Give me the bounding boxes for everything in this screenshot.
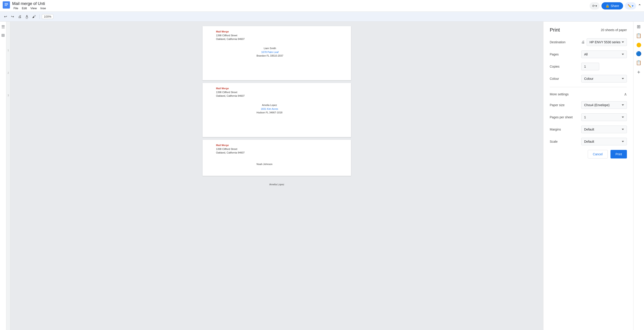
sheets-count: 20 sheets of paper: [601, 28, 627, 32]
recipient-line2-1: 1678 Palm Leaf: [256, 50, 283, 54]
copies-control: [581, 63, 627, 70]
lock-icon: 🔒: [606, 4, 609, 8]
ruler-2: 2: [6, 71, 10, 94]
sender-line2-2: Oakland, California 94607: [216, 94, 244, 98]
share-button[interactable]: 🔒 Share: [602, 2, 623, 10]
print-button-main[interactable]: Print: [610, 150, 627, 158]
print-button[interactable]: 🖨: [17, 14, 23, 20]
recipient-line3-1: Brandon FL 33510-2037: [256, 54, 283, 58]
copies-input[interactable]: [581, 63, 599, 70]
history-chevron: ▾: [596, 4, 597, 8]
destination-select[interactable]: HP ENVY 5530 series: [586, 38, 627, 46]
sidebar-list-icon[interactable]: ▤: [0, 32, 6, 38]
svg-rect-1: [4, 3, 8, 4]
more-settings-toggle[interactable]: More settings ∧: [550, 92, 627, 97]
sender-address-1: Mail Merge 1398 Clifford Street Oakland,…: [216, 30, 244, 41]
toolbar-right: ⟳ ▾ 🔒 Share ✏️ ▾ ⌃: [590, 2, 641, 10]
recipient-line1-2: Amelia Lopez: [256, 103, 282, 107]
menu-insert[interactable]: Inse: [39, 6, 47, 10]
margins-label: Margins: [550, 128, 581, 131]
colour-row: Colour Colour: [550, 75, 627, 83]
ruler-3: 3: [6, 94, 10, 116]
calendar-icon[interactable]: 🔵: [636, 51, 642, 56]
pages-select[interactable]: All: [581, 51, 627, 58]
edit-chevron: ▾: [632, 4, 634, 8]
add-icon[interactable]: +: [637, 69, 640, 75]
svg-rect-2: [4, 4, 8, 5]
keep-icon[interactable]: 📋: [636, 33, 642, 38]
print-title: Print: [550, 27, 560, 33]
edit-button[interactable]: ✏️ ▾: [625, 2, 636, 10]
pages-per-sheet-label: Pages per sheet: [550, 115, 581, 119]
main-layout: ☰ ▤ 1 2 3 Mail Merge 1398 Clifford Stree…: [0, 22, 644, 330]
pages-control: All: [581, 51, 627, 58]
menu-bar: File Edit View Inse: [12, 6, 47, 10]
toolbar: ↩ ↪ 🖨 A̲ 🖌 100%: [0, 12, 644, 22]
title-area: Mail merge of Unti File Edit View Inse: [12, 1, 47, 10]
undo-button[interactable]: ↩: [3, 14, 8, 20]
more-settings-label: More settings: [550, 92, 568, 96]
history-icon: ⟳: [592, 4, 595, 8]
colour-label: Colour: [550, 77, 581, 80]
scale-select[interactable]: Default: [581, 138, 627, 145]
print-header: Print 20 sheets of paper: [550, 27, 627, 33]
pencil-icon: ✏️: [628, 4, 632, 8]
print-panel: Print 20 sheets of paper Destination 🖨 H…: [543, 22, 633, 330]
app-icon: [3, 1, 10, 10]
scale-row: Scale Default: [550, 138, 627, 145]
menu-edit[interactable]: Edit: [20, 6, 28, 10]
more-settings-chevron-icon: ∧: [624, 92, 627, 97]
colour-select[interactable]: Colour: [581, 75, 627, 83]
paper-size-control: Chou4 (Envelope): [581, 101, 627, 109]
colour-control: Colour: [581, 75, 627, 83]
copies-label: Copies: [550, 65, 581, 68]
sheets-icon[interactable]: ⊞: [637, 24, 640, 29]
destination-label: Destination: [550, 40, 581, 44]
spellcheck-button[interactable]: A̲: [24, 14, 30, 20]
copies-row: Copies: [550, 63, 627, 70]
sidebar-menu-icon[interactable]: ☰: [0, 24, 6, 30]
pages-row: Pages All: [550, 51, 627, 58]
pages-per-sheet-select[interactable]: 1: [581, 113, 627, 121]
margins-row: Margins Default: [550, 125, 627, 133]
sender-name-1: Mail Merge: [216, 30, 244, 34]
sender-line1-3: 1398 Clifford Street: [216, 147, 244, 151]
pages-label: Pages: [550, 53, 581, 56]
destination-control: 🖨 HP ENVY 5530 series: [581, 38, 627, 46]
menu-file[interactable]: File: [12, 6, 20, 10]
sender-line2-3: Oakland, California 94607: [216, 151, 244, 155]
pages-per-sheet-row: Pages per sheet 1: [550, 113, 627, 121]
menu-view[interactable]: View: [29, 6, 38, 10]
paint-button[interactable]: 🖌: [31, 14, 37, 20]
print-buttons: Cancel Print: [550, 150, 627, 158]
recipient-address-1: Liam Smith 1678 Palm Leaf Brandon FL 335…: [256, 46, 283, 58]
sender-address-3: Mail Merge 1398 Clifford Street Oakland,…: [216, 143, 244, 155]
left-sidebar: ☰ ▤: [0, 22, 6, 330]
svg-rect-3: [4, 6, 7, 6]
printer-icon: 🖨: [581, 40, 585, 44]
top-bar: Mail merge of Unti File Edit View Inse ⟳…: [0, 0, 644, 12]
recipient-line1-3: Noah Johnson: [256, 162, 272, 166]
page-ruler: 1 2 3: [6, 22, 10, 330]
recipient-address-2: Amelia Lopez 1831 Kim Acres Hudson FL 34…: [256, 103, 282, 114]
tasks-icon[interactable]: ⬤: [636, 42, 641, 47]
scale-label: Scale: [550, 140, 581, 143]
destination-row: Destination 🖨 HP ENVY 5530 series: [550, 38, 627, 46]
paper-size-select[interactable]: Chou4 (Envelope): [581, 101, 627, 109]
sender-address-2: Mail Merge 1398 Clifford Street Oakland,…: [216, 87, 244, 98]
svg-rect-0: [3, 1, 10, 9]
envelope-page-3: Mail Merge 1398 Clifford Street Oakland,…: [202, 140, 351, 176]
redo-button[interactable]: ↪: [10, 14, 15, 20]
pages-per-sheet-control: 1: [581, 113, 627, 121]
bottom-partial: Amelia Lopez: [202, 179, 351, 190]
history-button[interactable]: ⟳ ▾: [590, 2, 600, 10]
cancel-button[interactable]: Cancel: [588, 150, 608, 158]
margins-select[interactable]: Default: [581, 125, 627, 133]
sender-line2-1: Oakland, California 94607: [216, 37, 244, 41]
doc-title: Mail merge of Unti: [12, 1, 47, 6]
envelope-page-1: Mail Merge 1398 Clifford Street Oakland,…: [202, 26, 351, 80]
right-sidebar: ⊞ 📋 ⬤ 🔵 📋 +: [633, 22, 644, 330]
contacts-icon[interactable]: 📋: [636, 60, 642, 65]
margins-control: Default: [581, 125, 627, 133]
collapse-button[interactable]: ⌃: [638, 4, 641, 8]
